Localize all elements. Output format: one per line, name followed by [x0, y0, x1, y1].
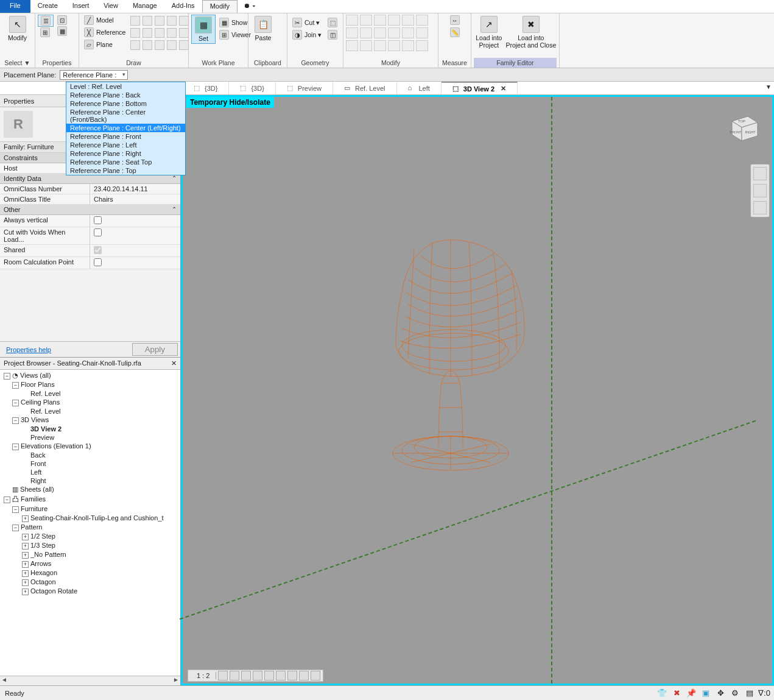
dropdown-item[interactable]: Reference Plane : Front — [66, 132, 185, 141]
rendering-icon[interactable] — [264, 671, 274, 681]
pan-icon[interactable] — [753, 184, 767, 197]
file-menu[interactable]: File — [0, 0, 30, 13]
tree-item[interactable]: 3D View 2 — [1, 425, 179, 433]
tree-item[interactable]: −凸 Families — [1, 494, 179, 504]
temp-hide-badge[interactable]: Temporary Hide/Isolate — [186, 97, 274, 108]
tree-toggle-icon[interactable]: − — [12, 444, 19, 450]
tree-item[interactable]: Front — [1, 459, 179, 468]
viewcube[interactable]: TOP FRONT RIGHT — [723, 108, 761, 146]
tree-item[interactable]: −3D Views — [1, 415, 179, 425]
detail-level-icon[interactable] — [218, 671, 228, 681]
prop-shared[interactable]: Shared — [0, 245, 180, 257]
tree-item[interactable]: Left — [1, 468, 179, 476]
load-into-project-close-btn[interactable]: ✖Load into Project and Close — [505, 15, 557, 50]
model-line-btn[interactable]: ╱Model — [82, 15, 128, 26]
menu-view[interactable]: View — [96, 0, 125, 13]
show-workplane-btn[interactable]: ▦Show — [217, 17, 253, 28]
family-types-btn[interactable]: ⊡ — [55, 15, 69, 26]
tree-item[interactable]: −Floor Plans — [1, 380, 179, 389]
tree-toggle-icon[interactable]: + — [22, 552, 29, 559]
tree-toggle-icon[interactable]: + — [22, 561, 29, 568]
browser-scrollbar[interactable]: ◄► — [0, 676, 180, 685]
tree-toggle-icon[interactable]: − — [4, 497, 10, 503]
sun-path-icon[interactable] — [241, 671, 251, 681]
paste-btn[interactable]: 📋Paste — [251, 15, 275, 43]
tree-toggle-icon[interactable]: + — [22, 589, 29, 595]
dropdown-item[interactable]: Reference Plane : Seat Top — [66, 158, 185, 166]
tree-item[interactable]: +Octagon Rotate — [1, 587, 179, 596]
cut-btn[interactable]: ✂Cut ▾ — [290, 17, 324, 28]
dropdown-item[interactable]: Reference Plane : Left — [66, 141, 185, 149]
view-tab-3d-1[interactable]: ⬚{3D} — [183, 82, 229, 94]
menu-create[interactable]: Create — [30, 0, 65, 13]
drag-icon[interactable]: ✥ — [716, 688, 725, 698]
tree-item[interactable]: −Pattern — [1, 523, 179, 532]
family-category-btn[interactable]: ▦ — [55, 26, 69, 37]
view-tab-preview[interactable]: ⬚Preview — [276, 82, 333, 94]
view-scale[interactable]: 1 : 2 — [191, 672, 216, 679]
editable-only-icon[interactable]: ▤ — [745, 688, 755, 698]
tree-item[interactable]: Right — [1, 476, 179, 485]
view-tab-3dview2[interactable]: ⬚3D View 2✕ — [442, 82, 518, 94]
tree-item[interactable]: +1/2 Step — [1, 532, 179, 541]
tree-toggle-icon[interactable]: + — [22, 579, 29, 586]
prop-omniclass-title[interactable]: OmniClass TitleChairs — [0, 194, 180, 205]
crop-region-icon[interactable] — [287, 671, 297, 681]
draw-shapes-grid[interactable] — [129, 15, 191, 52]
type-properties-btn[interactable]: ⊞ — [38, 27, 54, 38]
modify-tool[interactable]: ↖Modify — [4, 15, 30, 43]
tree-item[interactable]: −◔ Views (all) — [1, 371, 179, 380]
align-dim-btn[interactable]: ↔ — [448, 15, 462, 26]
tree-item[interactable]: Back — [1, 451, 179, 459]
menu-manage[interactable]: Manage — [125, 0, 164, 13]
tree-item[interactable]: ▥ Sheets (all) — [1, 485, 179, 494]
always-vertical-check[interactable] — [94, 216, 102, 224]
tree-item[interactable]: −Ceiling Plans — [1, 398, 179, 407]
properties-btn[interactable]: ☰ — [38, 15, 54, 27]
view-tab-ref-level[interactable]: ▭Ref. Level — [333, 82, 397, 94]
select-links-icon[interactable]: 👕 — [657, 688, 667, 698]
cope-btn[interactable]: ⬚ — [325, 17, 340, 28]
tree-toggle-icon[interactable]: + — [22, 534, 29, 540]
tree-toggle-icon[interactable]: + — [22, 515, 29, 522]
tree-item[interactable]: +1/3 Step — [1, 541, 179, 550]
dropdown-item[interactable]: Reference Plane : Back — [66, 91, 185, 99]
measure-btn[interactable]: 📏 — [448, 27, 462, 38]
dropdown-item[interactable]: Reference Plane : Right — [66, 149, 185, 158]
select-face-icon[interactable]: ▣ — [701, 688, 711, 698]
reference-line-btn[interactable]: ╳Reference — [82, 27, 128, 38]
join-btn[interactable]: ◑Join ▾ — [290, 29, 324, 40]
temp-hide-icon[interactable] — [299, 671, 309, 681]
full-nav-wheel-icon[interactable] — [753, 167, 767, 180]
dropdown-item[interactable]: Reference Plane : Top — [66, 166, 185, 175]
tree-item[interactable]: +_No Pattern — [1, 550, 179, 559]
reveal-hidden-icon[interactable] — [311, 671, 320, 681]
cut-voids-check[interactable] — [94, 228, 102, 236]
tree-toggle-icon[interactable]: − — [12, 525, 19, 531]
set-workplane-btn[interactable]: ▦Set — [191, 15, 216, 44]
view-tab-3d-2[interactable]: ⬚{3D} — [229, 82, 275, 94]
section-other[interactable]: Other⌃ — [0, 205, 180, 215]
tabs-overflow-icon[interactable]: ▼ — [765, 83, 772, 90]
prop-cut-voids[interactable]: Cut with Voids When Load... — [0, 227, 180, 245]
dropdown-item[interactable]: Reference Plane : Center (Left/Right) — [66, 124, 185, 132]
shared-check[interactable] — [94, 246, 102, 254]
view-tab-left[interactable]: ⌂Left — [397, 82, 442, 94]
tree-item[interactable]: +Octagon — [1, 578, 179, 587]
background-icon[interactable]: ⚙ — [730, 688, 740, 698]
tree-item[interactable]: −Furniture — [1, 504, 179, 514]
tree-item[interactable]: Ref. Level — [1, 389, 179, 398]
crop-icon[interactable] — [276, 671, 286, 681]
room-calc-check[interactable] — [94, 258, 102, 266]
navigation-bar[interactable] — [750, 164, 770, 217]
dropdown-item[interactable]: Level : Ref. Level — [66, 82, 185, 91]
prop-room-calc[interactable]: Room Calculation Point — [0, 257, 180, 269]
tree-toggle-icon[interactable]: − — [12, 417, 19, 424]
menu-insert[interactable]: Insert — [65, 0, 97, 13]
tree-item[interactable]: +Hexagon — [1, 568, 179, 578]
dropdown-item[interactable]: Reference Plane : Bottom — [66, 99, 185, 108]
apply-button[interactable]: Apply — [132, 343, 178, 356]
load-into-project-btn[interactable]: ↗Load into Project — [474, 15, 504, 50]
zoom-icon[interactable] — [753, 201, 767, 214]
select-underlay-icon[interactable]: ✖ — [672, 688, 681, 698]
